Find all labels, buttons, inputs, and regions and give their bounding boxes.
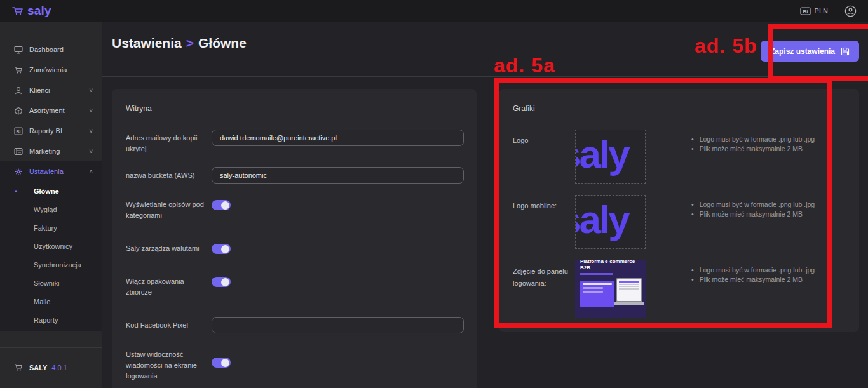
bullet-dot: • — [691, 210, 694, 219]
user-avatar-icon[interactable] — [844, 5, 857, 17]
sidebar-item-marketing[interactable]: Marketing ˅ — [0, 141, 102, 161]
topbar: saly Bi PLN — [0, 0, 868, 22]
floppy-disk-icon — [841, 47, 850, 56]
save-button-label: Zapisz ustawienia — [770, 47, 835, 56]
brand-logo[interactable]: saly — [11, 4, 51, 18]
graphics-label: Logo — [513, 130, 575, 184]
bullet-text: Logo musi być w formacie .png lub .jpg — [700, 200, 815, 210]
sidebar-subitem-wyglad[interactable]: Wygląd — [0, 200, 102, 218]
toggle-knob — [221, 201, 229, 210]
field-label: Adres mailowy do kopii ukrytej — [126, 130, 212, 154]
toggle-knob — [221, 245, 229, 253]
grafiki-card: Grafiki Logo saly •Logo musi być w forma… — [499, 89, 859, 332]
cart-icon — [14, 66, 24, 74]
main-content: Ustawienia>Główne Zapisz ustawienia Witr… — [102, 22, 868, 388]
bullet-text: Plik może mieć maksymalnie 2 MB — [700, 275, 803, 284]
bullet-dot: • — [691, 135, 694, 144]
sidebar-subitem-maile[interactable]: Maile — [0, 292, 102, 311]
annotation-label-5a: ad. 5a — [494, 54, 555, 77]
chevron-down-icon: ˅ — [89, 87, 93, 94]
sidebar-subitem-uzytkownicy[interactable]: Użytkownicy — [0, 237, 102, 255]
svg-text:Bi: Bi — [803, 8, 808, 14]
witryna-card: Witryna Adres mailowy do kopii ukrytej n… — [112, 89, 477, 388]
graphics-label: Zdjęcie do panelu logowania: — [513, 260, 575, 318]
field-row-currencies: Saly zarządza walutami — [126, 240, 463, 254]
facebook-pixel-input[interactable] — [212, 317, 464, 333]
chevron-down-icon: ˅ — [89, 128, 93, 135]
bcc-email-input[interactable] — [212, 130, 464, 146]
show-descriptions-toggle[interactable] — [212, 200, 231, 210]
login-preview-cta-box — [580, 281, 614, 307]
currencies-toggle[interactable] — [212, 244, 231, 254]
sidebar-subitem-raporty[interactable]: Raporty — [0, 311, 102, 329]
upload-requirements: •Logo musi być w formacie .png lub .jpg … — [691, 195, 815, 249]
sidebar-subitem-label: Słowniki — [34, 279, 59, 287]
sidebar-item-label: Asortyment — [29, 107, 65, 114]
sidebar-subitem-synchronizacja[interactable]: Synchronizacja — [0, 255, 102, 274]
chevron-up-icon: ˄ — [89, 168, 93, 175]
sidebar: Dashboard Zamówienia Klienci ˅ Asortymen… — [0, 22, 102, 388]
sidebar-item-klienci[interactable]: Klienci ˅ — [0, 80, 102, 100]
login-preview-subtitle-bar — [580, 273, 613, 275]
field-row-fb-pixel: Kod Facebook Pixel — [126, 317, 463, 333]
sidebar-item-asortyment[interactable]: Asortyment ˅ — [0, 100, 102, 121]
bullet-text: Plik może mieć maksymalnie 2 MB — [700, 210, 803, 219]
field-label: Saly zarządza walutami — [126, 240, 212, 254]
sidebar-subitem-faktury[interactable]: Faktury — [0, 218, 102, 237]
field-label: Wyświetlanie opisów pod kategoriami — [126, 196, 212, 221]
bullet-text: Logo musi być w formacie .png lub .jpg — [700, 265, 815, 275]
gear-icon — [14, 168, 24, 176]
field-row-show-descriptions: Wyświetlanie opisów pod kategoriami — [126, 196, 463, 221]
currency-label: PLN — [815, 7, 828, 15]
sidebar-subitem-label: Użytkownicy — [34, 243, 72, 250]
sidebar-item-dashboard[interactable]: Dashboard — [0, 39, 102, 60]
sidebar-item-label: Ustawienia — [29, 168, 64, 175]
sidebar-subitem-label: Główne — [34, 187, 59, 195]
field-label: Ustaw widoczność wiadomości na ekranie l… — [126, 346, 212, 382]
currency-selector[interactable]: Bi PLN — [800, 6, 828, 16]
sidebar-item-raporty-bi[interactable]: BI Raporty BI ˅ — [0, 121, 102, 141]
field-row-bucket: nazwa bucketa (AWS) — [126, 167, 463, 184]
bullet-text: Logo musi być w formacie .png lub .jpg — [700, 135, 815, 144]
toggle-knob — [221, 359, 229, 367]
header-divider — [102, 76, 868, 77]
logo-upload-preview[interactable]: saly — [575, 130, 646, 184]
laptop-mockup — [614, 278, 644, 306]
svg-text:BI: BI — [17, 129, 21, 133]
bullet-dot: • — [691, 200, 694, 210]
banknote-icon: Bi — [800, 6, 811, 16]
aws-bucket-input[interactable] — [212, 167, 464, 184]
sidebar-item-label: Zamówienia — [29, 66, 67, 74]
breadcrumb-parent: Ustawienia — [112, 36, 182, 50]
sidebar-item-label: Klienci — [29, 86, 50, 94]
logo-preview-image: saly — [575, 197, 628, 242]
login-messages-toggle[interactable] — [212, 358, 231, 368]
login-panel-image-preview[interactable]: Platforma e-commerce B2B — [575, 260, 646, 318]
chevron-down-icon: ˅ — [89, 148, 93, 155]
save-settings-button[interactable]: Zapisz ustawienia — [761, 41, 859, 62]
bullet-dot: • — [691, 144, 694, 154]
graphics-row-logo: Logo saly •Logo musi być w formacie .png… — [513, 130, 845, 184]
bulk-packaging-toggle[interactable] — [212, 277, 231, 287]
graphics-row-logo-mobile: Logo mobilne: saly •Logo musi być w form… — [513, 195, 845, 249]
marketing-icon — [14, 147, 24, 156]
graphics-row-login-image: Zdjęcie do panelu logowania: Platforma e… — [513, 260, 845, 318]
mobile-logo-upload-preview[interactable]: saly — [575, 195, 646, 249]
field-label: Kod Facebook Pixel — [126, 317, 212, 333]
active-dot: • — [15, 187, 17, 196]
bullet-dot: • — [691, 275, 694, 284]
package-icon — [14, 107, 24, 115]
sidebar-footer: SALY 4.0.1 — [0, 347, 102, 388]
sidebar-item-label: Dashboard — [29, 46, 64, 53]
sidebar-subitem-label: Faktury — [34, 224, 57, 232]
app-version: 4.0.1 — [51, 364, 67, 371]
login-preview-heading: Platforma e-commerce B2B — [580, 260, 637, 271]
breadcrumb-separator: > — [186, 36, 194, 50]
sidebar-item-ustawienia[interactable]: Ustawienia ˄ — [0, 161, 102, 182]
sidebar-item-zamowienia[interactable]: Zamówienia — [0, 60, 102, 80]
sidebar-subitem-glowne[interactable]: • Główne — [0, 182, 102, 200]
sidebar-subitem-slowniki[interactable]: Słowniki — [0, 274, 102, 292]
user-icon — [14, 86, 24, 95]
upload-requirements: •Logo musi być w formacie .png lub .jpg … — [691, 130, 815, 184]
sidebar-subitem-label: Raporty — [34, 316, 58, 324]
